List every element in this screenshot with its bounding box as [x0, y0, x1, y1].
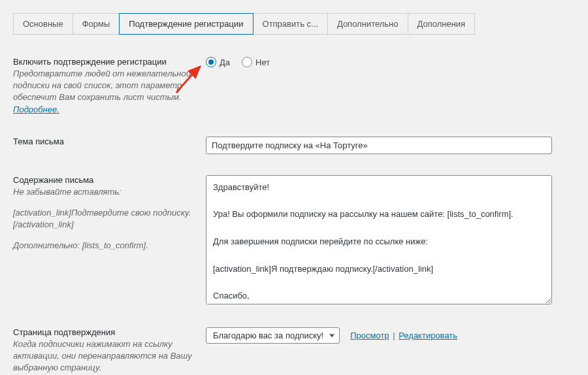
link-separator: |	[393, 331, 395, 340]
radio-yes-input[interactable]	[206, 57, 216, 67]
tab-advanced[interactable]: Дополнительно	[327, 13, 408, 35]
enable-confirm-desc: Предотвратите людей от нежелательной под…	[13, 68, 193, 116]
enable-confirm-title: Включить подтверждение регистрации	[13, 57, 193, 67]
content-extra1: [activation_link]Подтвердите свою подпис…	[13, 207, 193, 231]
subject-title: Тема письма	[13, 137, 193, 146]
radio-no-input[interactable]	[242, 57, 252, 67]
row-content: Содержание письма Не забывайте вставлять…	[13, 165, 575, 317]
tab-send-from[interactable]: Отправить с...	[253, 13, 328, 35]
radio-no-label: Нет	[255, 57, 270, 67]
enable-confirm-radio-group: Да Нет	[206, 57, 575, 67]
radio-yes-label: Да	[220, 57, 230, 67]
content-extra2: Дополнительно: [lists_to_confirm].	[13, 240, 193, 252]
tab-basic[interactable]: Основные	[13, 13, 73, 35]
confirm-page-title: Страница подтверждения	[13, 327, 193, 337]
row-confirm-page: Страница подтверждения Когда подписчики …	[13, 317, 575, 375]
row-subject: Тема письма	[13, 126, 575, 165]
content-desc: Не забывайте вставлять:	[13, 186, 193, 198]
radio-no[interactable]: Нет	[242, 57, 270, 67]
confirm-page-desc: Когда подписчики нажимают на ссылку акти…	[13, 338, 193, 374]
row-enable-confirm: Включить подтверждение регистрации Предо…	[13, 46, 575, 126]
subject-input[interactable]	[206, 137, 552, 154]
confirm-page-select[interactable]: Благодарю вас за подписку!	[206, 327, 340, 344]
tab-addons[interactable]: Дополнения	[408, 13, 476, 35]
radio-yes[interactable]: Да	[206, 57, 230, 67]
tab-confirm-registration[interactable]: Подтверждение регистрации	[119, 13, 253, 35]
tabs: Основные Формы Подтверждение регистрации…	[13, 13, 575, 35]
tab-forms[interactable]: Формы	[73, 13, 120, 35]
content-textarea[interactable]	[206, 175, 552, 304]
content-title: Содержание письма	[13, 175, 193, 185]
enable-confirm-more-link[interactable]: Подробнее.	[13, 105, 59, 114]
edit-link[interactable]: Редактировать	[399, 331, 457, 340]
preview-link[interactable]: Просмотр	[350, 331, 389, 340]
